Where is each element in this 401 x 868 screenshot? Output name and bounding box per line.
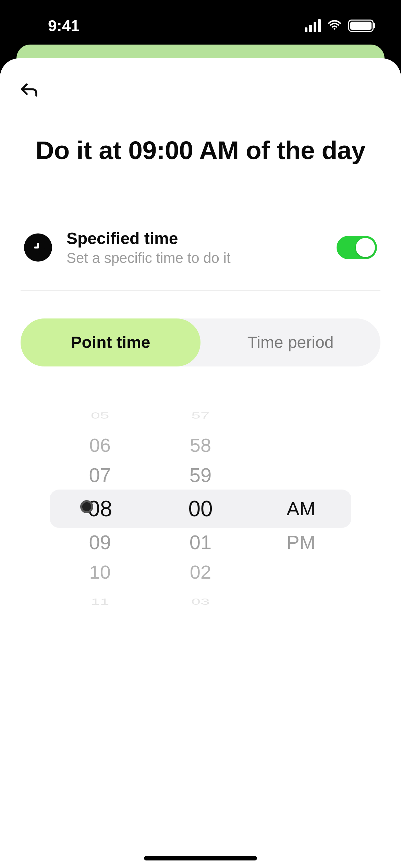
segment-point-time-label: Point time (71, 333, 150, 352)
hour-option: 11 (91, 593, 109, 610)
specified-time-subtitle: Set a specific time to do it (66, 250, 322, 266)
status-bar: 9:41 (0, 0, 401, 51)
minute-option: 02 (190, 557, 211, 587)
scroll-indicator-icon (80, 500, 93, 513)
hour-option: 10 (89, 557, 111, 587)
ampm-wheel[interactable]: AM PM (251, 404, 351, 613)
hour-wheel[interactable]: 05 06 07 08 09 10 11 (50, 404, 150, 613)
clock-icon (24, 233, 52, 262)
segment-point-time[interactable]: Point time (21, 318, 200, 366)
wifi-icon (327, 17, 342, 34)
specified-time-title: Specified time (66, 229, 322, 248)
svg-point-0 (333, 28, 335, 29)
time-picker: 05 06 07 08 09 10 11 57 58 59 00 01 02 0… (50, 404, 351, 613)
minute-selected: 00 (188, 490, 212, 527)
hour-option: 06 (89, 430, 111, 460)
page-title: Do it at 09:00 AM of the day (0, 134, 401, 167)
toggle-knob (356, 238, 375, 257)
time-mode-segmented: Point time Time period (21, 318, 380, 366)
hour-option: 05 (91, 407, 109, 424)
hour-option: 09 (89, 528, 111, 557)
divider (21, 290, 380, 291)
minute-option: 59 (190, 460, 212, 490)
specified-time-texts: Specified time Set a specific time to do… (66, 229, 322, 266)
segment-time-period-label: Time period (247, 333, 334, 352)
ampm-selected: AM (287, 490, 315, 527)
back-button[interactable] (17, 79, 41, 103)
hour-option: 07 (89, 460, 111, 490)
minute-wheel[interactable]: 57 58 59 00 01 02 03 (150, 404, 251, 613)
specified-time-row: Specified time Set a specific time to do… (24, 229, 377, 266)
status-time: 9:41 (21, 16, 80, 35)
device-frame: 9:41 Do it at 09:00 AM of the day (0, 0, 401, 868)
home-indicator[interactable] (144, 856, 257, 860)
segment-time-period[interactable]: Time period (200, 318, 380, 366)
battery-icon (348, 20, 374, 32)
minute-option: 01 (190, 528, 212, 557)
modal-sheet: Do it at 09:00 AM of the day Specified t… (0, 58, 401, 868)
minute-option: 03 (191, 593, 209, 610)
specified-time-toggle[interactable] (337, 236, 377, 259)
minute-option: 57 (191, 407, 209, 424)
status-indicators (305, 17, 380, 34)
minute-option: 58 (190, 430, 211, 460)
ampm-option: PM (287, 528, 315, 557)
cellular-icon (305, 19, 321, 32)
